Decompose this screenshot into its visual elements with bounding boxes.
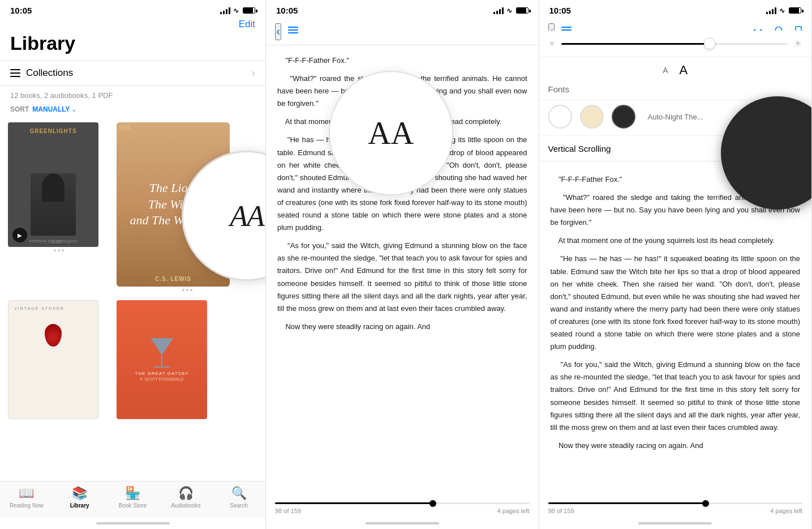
book-lion-witch[interactable]: The Lion,The Witchand The Wardrob C.S. L… xyxy=(117,122,257,291)
book-vintage-stoker[interactable]: VINTAGE STOKER xyxy=(8,300,110,419)
books-count: 12 books, 2 audiobooks, 1 PDF xyxy=(0,86,265,103)
nav-audiobooks-label: Audiobooks xyxy=(171,502,200,509)
progress-pages-left-3: 4 pages left xyxy=(770,507,802,514)
signal-icon xyxy=(220,7,230,14)
gatsby-stem xyxy=(161,355,162,366)
progress-labels: 98 of 159 4 pages left xyxy=(275,506,530,515)
audiobooks-icon: 🎧 xyxy=(178,486,194,501)
wifi-icon-2: ∿ xyxy=(506,7,512,15)
aa-text: AA xyxy=(368,115,414,151)
progress-track-3[interactable] xyxy=(548,502,803,504)
bottom-nav: 📖 Reading Now 📚 Library 🏪 Book Store 🎧 A… xyxy=(0,481,265,518)
lww-progress: 61% xyxy=(119,125,130,131)
brightness-thumb[interactable] xyxy=(704,38,715,49)
home-indicator-2 xyxy=(266,518,539,529)
nav-bookstore[interactable]: 🏪 Book Store xyxy=(106,486,160,509)
progress-pages-left: 4 pages left xyxy=(497,507,530,514)
progress-thumb[interactable] xyxy=(429,500,436,507)
library-icon: 📚 xyxy=(72,486,87,501)
gatsby-subtitle: F. SCOTT FITZGERALD xyxy=(140,377,184,381)
gatsby-base xyxy=(153,366,170,368)
library-header: Edit xyxy=(0,19,265,32)
font-small-label: A xyxy=(663,66,668,75)
nav-bookstore-label: Book Store xyxy=(119,502,147,509)
home-indicator-1 xyxy=(0,518,265,529)
library-panel: 10:05 ∿ Edit Library Collections 12 book… xyxy=(0,0,266,529)
svg-rect-1 xyxy=(288,29,298,31)
progress-current: 98 of 159 xyxy=(275,507,301,514)
collections-label: Collections xyxy=(26,67,251,79)
wifi-icon-3: ∿ xyxy=(779,7,785,15)
hamburger-icon xyxy=(10,69,20,77)
vintage-cover: VINTAGE STOKER xyxy=(8,300,98,419)
theme-white[interactable] xyxy=(548,105,572,129)
brightness-track[interactable] xyxy=(561,43,788,45)
time-display-3: 10:05 xyxy=(549,6,571,15)
progress-thumb-3[interactable] xyxy=(702,500,709,507)
book-more-dots[interactable] xyxy=(8,249,110,251)
status-icons-3: ∿ xyxy=(766,7,801,15)
status-icons-2: ∿ xyxy=(493,7,529,15)
reading-panel: 10:05 ∿ ‹ "F xyxy=(266,0,539,529)
progress-current-3: 98 of 159 xyxy=(548,507,574,514)
reading-content-wrapper: "F-F-F-Father Fox." "What?" roared the s… xyxy=(266,45,539,498)
progress-track[interactable] xyxy=(275,502,530,504)
status-icons-1: ∿ xyxy=(220,7,255,15)
lww-more-dots[interactable] xyxy=(117,289,257,291)
nav-reading-now-label: Reading Now xyxy=(10,502,44,509)
progress-fill-3 xyxy=(548,502,706,504)
reading-para-5: "As for you," said the Witch, giving Edm… xyxy=(277,240,527,315)
sort-value[interactable]: MANUALLY xyxy=(32,105,70,113)
books-grid: GREENLIGHTS Matthew McConaughey ▶ .... 0… xyxy=(0,119,265,481)
progress-container: 98 of 159 4 pages left xyxy=(266,498,539,518)
book-great-gatsby[interactable]: THE GREAT GATSBY F. SCOTT FITZGERALD xyxy=(117,300,218,419)
font-large-label: A xyxy=(680,63,688,78)
settings-panel: 10:05 ∿ ‹ AA xyxy=(539,0,813,529)
books-row-2: VINTAGE STOKER THE GREAT GATSBY F. SCOTT… xyxy=(8,300,257,419)
audiobook-time: .... 0:00 xyxy=(8,228,98,245)
reading-now-icon: 📖 xyxy=(19,486,34,501)
reading-para-6: Now they were steadily racing on again. … xyxy=(277,321,527,333)
sort-label: SORT xyxy=(10,105,29,113)
sun-large-icon: ☀ xyxy=(793,37,802,50)
home-indicator-3 xyxy=(539,518,812,529)
greenlight-label: GREENLIGHTS xyxy=(8,128,98,134)
nav-search-label: Search xyxy=(230,502,248,509)
svg-rect-3 xyxy=(288,27,290,28)
search-icon-nav: 🔍 xyxy=(231,486,247,501)
edit-button[interactable]: Edit xyxy=(239,19,255,30)
signal-icon-2 xyxy=(493,7,504,14)
nav-reading-now[interactable]: 📖 Reading Now xyxy=(0,486,53,509)
back-button[interactable]: ‹ xyxy=(275,23,281,40)
book-greenlights[interactable]: GREENLIGHTS Matthew McConaughey ▶ .... 0… xyxy=(8,122,110,291)
progress-labels-3: 98 of 159 4 pages left xyxy=(548,506,803,515)
cover-image xyxy=(8,173,98,236)
reader-header: ‹ xyxy=(266,19,539,45)
theme-dark[interactable] xyxy=(612,105,635,129)
wifi-icon: ∿ xyxy=(233,7,239,15)
progress-fill xyxy=(275,502,433,504)
r3-para-3: At that moment one of the young squirrel… xyxy=(551,234,801,247)
theme-sepia[interactable] xyxy=(580,105,604,129)
books-row-1: GREENLIGHTS Matthew McConaughey ▶ .... 0… xyxy=(8,122,257,291)
font-size-row: A A xyxy=(539,57,812,81)
svg-rect-2 xyxy=(288,32,298,33)
r3-para-6: Now they were steadily racing on again. … xyxy=(551,440,801,452)
gatsby-cover: THE GREAT GATSBY F. SCOTT FITZGERALD xyxy=(117,300,207,419)
gatsby-martini-icon xyxy=(151,338,173,355)
battery-icon-2 xyxy=(516,7,529,14)
reading-content-3: "F-F-F-Father Fox." "What?" roared the s… xyxy=(539,164,812,467)
lww-author: C.S. LEWIS xyxy=(117,276,230,282)
brightness-fill xyxy=(561,43,708,45)
nav-search[interactable]: 🔍 Search xyxy=(212,486,265,509)
vintage-drop xyxy=(45,324,62,347)
library-title: Library xyxy=(0,32,265,60)
status-bar-1: 10:05 ∿ xyxy=(0,0,265,19)
nav-audiobooks[interactable]: 🎧 Audiobooks xyxy=(159,486,212,509)
battery-icon-3 xyxy=(789,7,801,14)
toc-button[interactable] xyxy=(288,26,298,37)
nav-library[interactable]: 📚 Library xyxy=(53,486,106,509)
collections-row[interactable]: Collections xyxy=(0,60,265,86)
vintage-label: VINTAGE STOKER xyxy=(14,306,92,310)
battery-icon xyxy=(243,7,255,14)
